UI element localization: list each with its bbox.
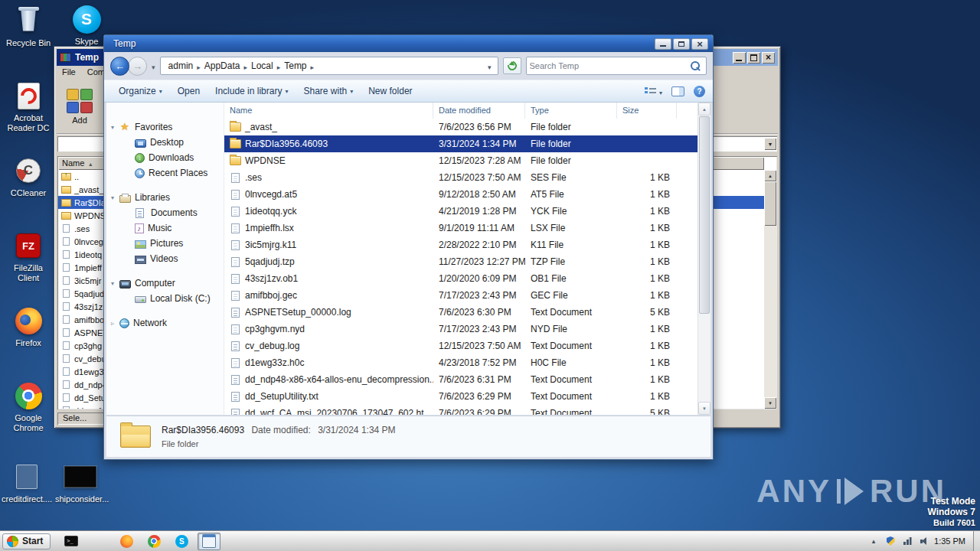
breadcrumb-separator-icon[interactable] [195,59,202,73]
file-row[interactable]: 0lnvcegd.at5 9/12/2018 2:50 AM AT5 File … [224,186,697,203]
explorer-titlebar[interactable]: Temp [104,35,713,52]
toolbar-button[interactable]: Share with [296,82,360,100]
file-list-scrollbar[interactable]: ▲ ▼ [697,103,710,415]
nav-item[interactable]: Libraries [106,190,224,205]
address-bar[interactable]: admin AppData Local Temp [160,57,498,75]
taskbar-clock[interactable]: 1:35 PM [929,536,973,546]
minimize-button[interactable] [655,38,671,50]
file-row[interactable]: ASPNETSetup_00000.log 7/6/2023 6:30 PM T… [224,304,697,321]
desktop-icon[interactable]: Google Chrome [3,377,54,452]
nav-item[interactable]: Documents [106,205,224,220]
desktop-icon[interactable]: FileZilla Client [3,227,54,302]
winrar-maximize-button[interactable] [747,52,760,64]
help-button[interactable] [694,86,705,97]
winrar-scrollbar[interactable]: ▲ ▼ [764,170,776,409]
nav-item[interactable]: Music [106,220,224,236]
file-row[interactable]: _avast_ 7/6/2023 6:56 PM File folder [224,119,697,135]
file-row[interactable]: 3ic5mjrg.k11 2/28/2022 2:10 PM K11 File … [224,236,697,253]
taskbar-app-button[interactable] [87,533,110,550]
file-row[interactable]: 43szj1zv.ob1 1/20/2020 6:09 PM OB1 File … [224,270,697,287]
winrar-add-button[interactable]: Add [58,81,101,132]
file-row[interactable]: cv_debug.log 12/15/2023 7:50 AM Text Doc… [224,337,697,354]
desktop-shortcut[interactable]: creditdirect.... [0,460,54,509]
breadcrumb-item[interactable]: Local [249,59,276,73]
start-button[interactable]: Start [2,533,51,549]
desktop-icon[interactable]: CCleaner [3,152,54,227]
refresh-button[interactable] [503,57,521,74]
breadcrumb-separator-icon[interactable] [276,59,283,73]
expander-icon[interactable] [111,194,119,201]
winrar-minimize-button[interactable] [733,52,746,64]
taskbar-app-button[interactable] [142,533,165,550]
file-row[interactable]: 1ideotqq.yck 4/21/2019 1:28 PM YCK File … [224,203,697,220]
history-dropdown-icon[interactable] [152,59,155,73]
forward-button[interactable] [128,57,147,76]
file-row[interactable]: 1mpieffh.lsx 9/1/2019 11:11 AM LSX File … [224,220,697,236]
toolbar-button[interactable]: Open [171,82,207,100]
winrar-menu-item[interactable]: File [62,67,76,78]
winrar-scrollbar-thumb[interactable] [764,181,776,226]
file-row[interactable]: dd_SetupUtility.txt 7/6/2023 6:29 PM Tex… [224,388,697,405]
scroll-up-icon[interactable]: ▲ [698,103,710,116]
nav-item[interactable]: Network [106,315,224,331]
column-header[interactable]: Type [525,103,617,119]
nav-item[interactable]: Desktop [106,135,224,150]
breadcrumb-separator-icon[interactable] [242,59,249,73]
taskbar-app-button[interactable] [170,533,193,550]
file-row[interactable]: dd_wcf_CA_msi_20230706_173047_602.ht... … [224,405,697,415]
maximize-button[interactable] [673,38,690,50]
desktop-shortcut[interactable]: shipconsider... [54,460,107,509]
desktop-icon[interactable]: Firefox [3,302,54,377]
taskbar-app-button[interactable] [198,533,220,550]
address-dropdown-icon[interactable] [485,59,494,73]
breadcrumb-separator-icon[interactable] [309,59,316,73]
desktop-icon[interactable]: Recycle Bin [3,2,54,77]
file-row[interactable]: Rar$DIa3956.46093 3/31/2024 1:34 PM File… [224,135,697,152]
scroll-down-icon[interactable]: ▼ [764,397,776,409]
taskbar-app-button[interactable] [115,533,138,550]
nav-item[interactable]: Local Disk (C:) [106,291,224,306]
nav-item[interactable]: Recent Places [106,165,224,181]
tray-icon[interactable] [919,536,929,546]
views-button[interactable] [645,84,662,98]
tray-icon[interactable] [885,536,896,546]
tray-icon[interactable] [902,536,913,546]
toolbar-button[interactable]: Include in library [208,82,295,100]
column-header[interactable]: Name [224,103,433,119]
nav-item[interactable]: Videos [106,251,224,266]
file-row[interactable]: d1ewg33z.h0c 4/23/2018 7:52 PM H0C File … [224,354,697,371]
column-header[interactable]: Size [617,103,677,119]
file-row[interactable]: WPDNSE 12/15/2023 7:28 AM File folder [224,152,697,169]
search-input[interactable] [530,61,688,70]
preview-pane-button[interactable] [671,86,684,96]
desktop-icon[interactable]: Acrobat Reader DC [3,77,54,152]
toolbar-button[interactable]: Organize [112,82,169,100]
file-row[interactable]: amifbboj.gec 7/17/2023 2:43 PM GEC File … [224,287,697,304]
scroll-up-icon[interactable]: ▲ [764,170,776,181]
scroll-down-icon[interactable]: ▼ [698,402,710,415]
nav-item[interactable]: Pictures [106,236,224,251]
nav-item[interactable]: Computer [106,276,224,291]
scrollbar-thumb[interactable] [699,116,710,314]
expander-icon[interactable] [111,280,119,287]
nav-item[interactable]: Downloads [106,150,224,165]
file-row[interactable]: .ses 12/15/2023 7:50 AM SES File 1 KB [224,169,697,186]
breadcrumb-item[interactable]: admin [166,59,196,73]
search-icon[interactable] [691,61,701,71]
combo-dropdown-icon[interactable] [764,138,776,150]
column-header[interactable]: Date modified [433,103,525,119]
winrar-close-button[interactable] [762,52,775,64]
toolbar-button[interactable]: New folder [361,82,419,100]
tray-icon[interactable] [868,536,879,546]
nav-item[interactable]: Favorites [106,119,224,135]
close-button[interactable] [691,38,708,50]
taskbar-app-button[interactable] [60,533,83,550]
back-button[interactable] [110,57,129,76]
expander-icon[interactable] [111,320,119,327]
breadcrumb-item[interactable]: AppData [202,59,243,73]
breadcrumb-item[interactable]: Temp [282,59,309,73]
file-row[interactable]: dd_ndp48-x86-x64-allos-enu_decompression… [224,371,697,388]
file-row[interactable]: cp3ghgvm.nyd 7/17/2023 2:43 PM NYD File … [224,321,697,337]
expander-icon[interactable] [111,124,119,131]
show-desktop-button[interactable] [973,531,980,551]
